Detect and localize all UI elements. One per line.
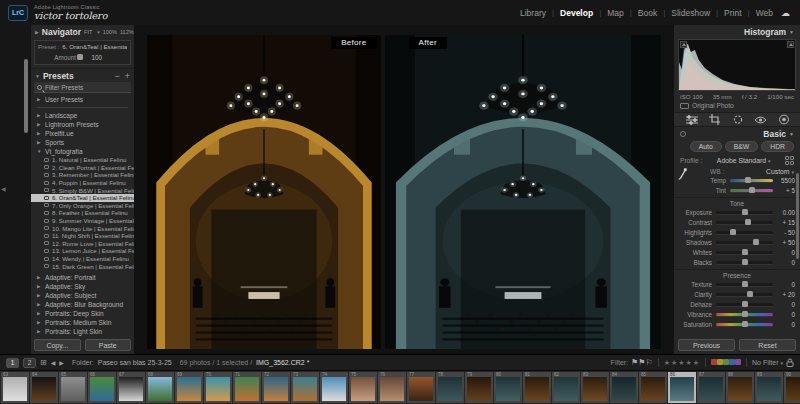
filter-presets-field[interactable]: Filter Presets <box>34 82 131 93</box>
module-slideshow[interactable]: Slideshow <box>671 8 710 18</box>
slider-track[interactable] <box>716 251 773 254</box>
slider-thumb[interactable] <box>749 187 755 193</box>
module-library[interactable]: Library <box>520 8 546 18</box>
red-eye-icon[interactable] <box>754 115 767 125</box>
star-icon[interactable]: ★ <box>664 359 671 366</box>
navigator-panel-header[interactable]: ▶ Navigator FIT▾100%112%▾ <box>31 25 134 39</box>
slider-thumb[interactable] <box>747 291 753 297</box>
panel-switch-icon[interactable] <box>680 131 686 137</box>
slider-track[interactable] <box>716 323 773 326</box>
previous-button[interactable]: Previous <box>678 339 735 351</box>
star-icon[interactable]: ★ <box>693 359 700 366</box>
preset-group-user-presets[interactable]: ▶User Presets <box>31 95 134 104</box>
treatment-bw[interactable]: B&W <box>725 141 758 152</box>
navigator-zoom-0[interactable]: FIT <box>84 29 92 35</box>
filmstrip-thumbnail[interactable]: 73 <box>291 372 319 403</box>
healing-icon[interactable] <box>732 114 744 125</box>
paste-button[interactable]: Paste <box>85 339 132 351</box>
preset-item[interactable]: 8. Feather | Essential Felinu <box>31 209 134 217</box>
module-book[interactable]: Book <box>638 8 657 18</box>
preset-item[interactable]: 4. Poppin | Essential Felinu <box>31 179 134 187</box>
navigator-zoom-1[interactable]: 100% <box>103 29 117 35</box>
preset-group-portraits-deep-skin[interactable]: ▶Portraits: Deep Skin <box>31 309 134 318</box>
slider-thumb[interactable] <box>742 249 748 255</box>
slider-thumb[interactable] <box>742 321 748 327</box>
preset-item[interactable]: 7. Only Orange | Essential Felinu <box>31 202 134 210</box>
filmstrip-thumbnail[interactable]: 67 <box>117 372 145 403</box>
slider-track[interactable] <box>716 221 773 224</box>
slider-track[interactable] <box>730 179 773 182</box>
treatment-hdr[interactable]: HDR <box>761 141 794 152</box>
slider-track[interactable] <box>716 303 773 306</box>
filmstrip-thumbnail[interactable]: 83 <box>581 372 609 403</box>
filmstrip-thumbnail[interactable]: 75 <box>349 372 377 403</box>
collapse-left-panel-icon[interactable]: ◀ <box>1 185 6 192</box>
preset-group-pixelfit-ue[interactable]: ▶Pixelfit.ue <box>31 129 134 138</box>
filmstrip-thumbnail[interactable]: 84 <box>610 372 638 403</box>
star-icon[interactable]: ★ <box>685 359 692 366</box>
slider-thumb[interactable] <box>77 54 83 60</box>
histogram-panel-header[interactable]: Histogram ▼ <box>674 25 800 38</box>
filmstrip-thumbnail[interactable]: 79 <box>465 372 493 403</box>
navigator-zoom-2[interactable]: 112% <box>120 29 134 35</box>
main-window-button[interactable]: 1 <box>6 358 19 368</box>
preset-item[interactable]: 10. Mango Lite | Essential Felinu <box>31 224 134 232</box>
slider-track[interactable] <box>716 283 773 286</box>
filmstrip-thumbnail[interactable]: 72 <box>262 372 290 403</box>
slider-thumb[interactable] <box>745 177 751 183</box>
histogram[interactable] <box>678 39 796 91</box>
preset-group-portraits-light-skin[interactable]: ▶Portraits: Light Skin <box>31 327 134 336</box>
preset-item[interactable]: 11. Night Shift | Essential Felinu <box>31 232 134 240</box>
preset-item[interactable]: 12. Rome Love | Essential Felinu <box>31 240 134 248</box>
slider-thumb[interactable] <box>753 239 759 245</box>
filter-preset-dropdown[interactable]: No Filter▾ <box>752 359 783 366</box>
preset-item[interactable]: 3. Remember | Essential Felinu <box>31 171 134 179</box>
profile-dropdown[interactable]: Adobe Standard▾ <box>706 157 781 164</box>
preset-group-vt-fotograf-a[interactable]: ▼Vt_fotografía <box>31 147 134 156</box>
preset-item[interactable]: 6. Oran&Teal | Essential Felinu <box>31 194 134 202</box>
slider-thumb[interactable] <box>745 219 751 225</box>
slider-thumb[interactable] <box>730 229 736 235</box>
slider-track[interactable] <box>716 293 773 296</box>
second-window-button[interactable]: 2 <box>23 358 36 368</box>
filmstrip-thumbnail[interactable]: 82 <box>552 372 580 403</box>
preset-group-adaptive-blur-background[interactable]: ▶Adaptive: Blur Background <box>31 300 134 309</box>
filmstrip-thumbnail[interactable]: 68 <box>146 372 174 403</box>
preset-group-adaptive-sky[interactable]: ▶Adaptive: Sky <box>31 282 134 291</box>
filmstrip-thumbnail[interactable]: 80 <box>494 372 522 403</box>
masking-icon[interactable] <box>778 114 790 125</box>
previous-photo-icon[interactable]: ◀ <box>51 359 56 366</box>
filmstrip-thumbnail[interactable]: 86 <box>668 372 696 403</box>
after-photo[interactable]: After <box>385 35 661 349</box>
crop-icon[interactable] <box>709 114 721 125</box>
preset-item[interactable]: 1. Natural | Essential Felinu <box>31 156 134 164</box>
preset-item[interactable]: 14. Wendy | Essential Felinu <box>31 255 134 263</box>
filter-lock-icon[interactable] <box>786 358 794 367</box>
filmstrip-thumbnail[interactable]: 77 <box>407 372 435 403</box>
filmstrip-thumbnail[interactable]: 66 <box>88 372 116 403</box>
slider-track[interactable] <box>716 313 773 316</box>
preset-item[interactable]: 13. Lemon Juice | Essential Felinu <box>31 247 134 255</box>
grid-view-icon[interactable]: ⊞ <box>40 358 47 367</box>
preset-group-portraits-medium-skin[interactable]: ▶Portraits: Medium Skin <box>31 318 134 327</box>
preset-item[interactable]: 5. Simply B&W | Essential Felinu <box>31 186 134 194</box>
slider-thumb[interactable] <box>742 301 748 307</box>
right-scrollbar[interactable] <box>796 173 799 259</box>
slider-thumb[interactable] <box>742 281 748 287</box>
before-photo[interactable]: Before <box>147 35 381 349</box>
slider-thumb[interactable] <box>742 311 748 317</box>
filmstrip-thumbnail[interactable]: 76 <box>378 372 406 403</box>
preset-group-landscape[interactable]: ▶Landscape <box>31 111 134 120</box>
slider-track[interactable] <box>716 211 773 214</box>
module-map[interactable]: Map <box>607 8 624 18</box>
slider-track[interactable] <box>716 231 773 234</box>
white-balance-eyedropper-icon[interactable] <box>677 168 687 188</box>
wb-dropdown[interactable]: Custom▾ <box>766 168 794 175</box>
slider-thumb[interactable] <box>742 259 748 265</box>
filmstrip-thumbnail[interactable]: 87 <box>697 372 725 403</box>
filmstrip-thumbnail[interactable]: 88 <box>726 372 754 403</box>
profile-browser-icon[interactable] <box>785 156 794 165</box>
preset-group-adaptive-portrait[interactable]: ▶Adaptive: Portrait <box>31 273 134 282</box>
slider-track[interactable] <box>716 241 773 244</box>
remove-preset-icon[interactable]: − <box>114 71 119 81</box>
